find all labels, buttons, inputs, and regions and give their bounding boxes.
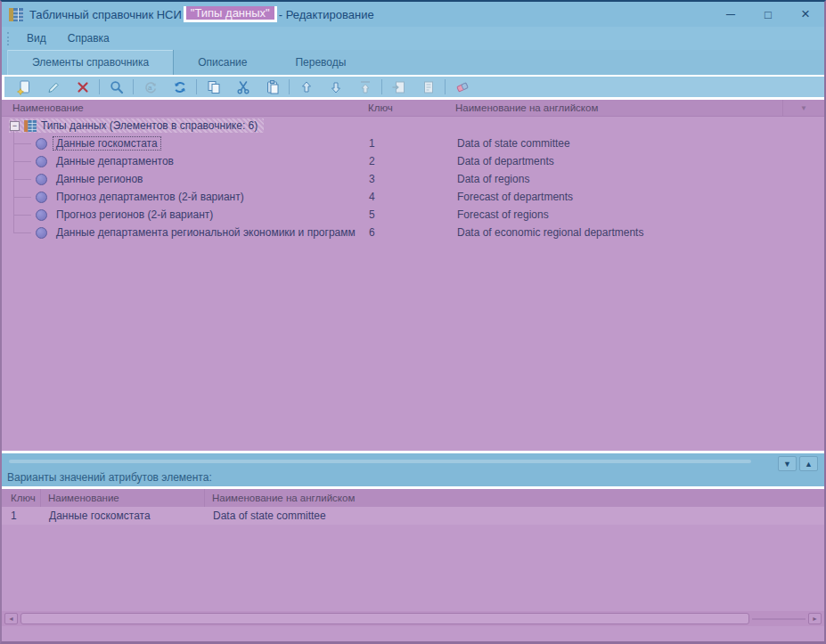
tree-item-row[interactable]: Данные госкомстата 1 Data of state commi… [2,135,824,152]
tree-item-row[interactable]: Данные департамента региональной экономи… [2,224,824,241]
tree-item-row[interactable]: Прогноз регионов (2-й вариант) 5 Forecas… [2,206,824,224]
move-to-top-button[interactable] [350,77,380,97]
paste-icon [265,79,281,95]
elements-tree: − Типы данных (Элементов в справочнике: … [2,117,824,241]
cut-button[interactable] [228,77,258,97]
search-icon [109,79,125,95]
element-name: Данные департамента региональной экономи… [53,225,359,240]
toolbar-separator [445,79,446,94]
window-title-prefix: Табличный справочник НСИ [29,8,182,21]
add-element-button[interactable] [9,77,38,97]
element-bullet-icon [36,174,47,185]
reference-icon [24,120,37,132]
details-row[interactable]: 1 Данные госкомстата Data of state commi… [2,507,824,525]
element-name: Данные регионов [53,172,146,186]
scrollbar-track[interactable] [752,618,806,620]
main-table-header: Наименование Ключ Наименование на англий… [2,100,824,117]
tab-description[interactable]: Описание [174,50,271,75]
element-name-en: Forecast of regions [451,208,824,221]
column-header-name[interactable]: Наименование [2,102,364,113]
tree-root-row[interactable]: − Типы данных (Элементов в справочнике: … [2,117,824,135]
element-name-en: Data of regions [451,173,824,185]
move-down-icon [328,79,344,95]
menu-view[interactable]: Вид [16,27,57,50]
app-icon [2,2,29,27]
horizontal-scrollbar[interactable]: ◄ ► [2,611,824,626]
element-bullet-icon [36,156,47,167]
tree-item-row[interactable]: Данные регионов 3 Data of regions [2,170,824,188]
scrollbar-thumb[interactable] [20,613,749,624]
tab-elements[interactable]: Элементы справочника [7,50,174,75]
column-header-key[interactable]: Ключ [364,102,451,113]
column-filter-icon[interactable]: ▼ [782,100,824,116]
element-name: Данные департаментов [53,154,177,168]
tab-translations[interactable]: Переводы [271,50,370,75]
copy-icon [206,79,222,95]
details-name-en: Data of state committee [204,509,824,522]
element-key: 6 [364,226,451,239]
maximize-button[interactable]: □ [749,2,787,27]
export-button[interactable] [413,77,443,97]
expand-panel-button[interactable]: ▲ [799,456,818,471]
close-button[interactable]: × [787,2,824,27]
add-element-icon [16,79,32,95]
toolbar: a [2,75,824,100]
tree-item-row[interactable]: Данные департаментов 2 Data of departmen… [2,152,824,170]
edit-element-button[interactable] [38,77,68,97]
details-panel-label: Варианты значений атрибутов элемента: [7,471,212,484]
element-key: 2 [364,155,451,167]
window-footer [2,626,824,641]
edit-icon [45,79,61,95]
scroll-left-button[interactable]: ◄ [4,613,18,624]
element-name-en: Forecast of departments [451,191,824,203]
export-icon [421,79,437,95]
element-name-en: Data of departments [451,155,824,167]
menu-bar: Вид Справка [2,27,824,50]
tree-item-row[interactable]: Прогноз департаментов (2-й вариант) 4 Fo… [2,188,824,206]
element-key: 1 [364,137,451,150]
expander-icon[interactable]: − [10,121,20,131]
details-column-key[interactable]: Ключ [2,493,40,503]
element-key: 5 [364,208,451,221]
element-name-en: Data of state committee [451,137,824,150]
toolbar-separator [133,79,134,94]
refresh-button[interactable] [165,77,194,97]
splitter-band: ▼ ▲ Варианты значений атрибутов элемента… [2,453,824,486]
elements-panel: Наименование Ключ Наименование на англий… [2,100,824,451]
collapse-panel-button[interactable]: ▼ [778,456,797,471]
copy-button[interactable] [199,77,228,97]
tab-strip: Элементы справочника Описание Переводы [2,50,824,75]
paste-button[interactable] [258,77,287,97]
element-bullet-icon [36,209,47,221]
scroll-right-button[interactable]: ► [808,613,822,624]
delete-element-button[interactable] [68,77,97,97]
minimize-button[interactable]: ─ [712,2,749,27]
clear-button[interactable] [447,77,477,97]
details-column-name[interactable]: Наименование [40,489,204,507]
eraser-icon [454,79,470,95]
title-bar: Табличный справочник НСИ "Типы данных" -… [2,2,824,27]
column-header-name-en[interactable]: Наименование на английском [451,102,782,113]
delete-icon [75,79,91,95]
element-name: Данные госкомстата [53,136,161,151]
update-auto-icon: a [143,79,159,95]
details-key: 1 [2,509,40,522]
toolbar-separator [289,79,290,94]
toolbar-separator [381,79,382,94]
menu-help[interactable]: Справка [57,27,120,50]
details-name: Данные госкомстата [40,509,204,522]
details-column-name-en[interactable]: Наименование на английском [204,489,824,507]
move-down-button[interactable] [321,77,350,97]
element-bullet-icon [36,227,47,239]
import-button[interactable] [384,77,413,97]
import-icon [391,79,407,95]
tree-root-label: Типы данных (Элементов в справочнике: 6) [41,119,258,132]
splitter-handle[interactable] [9,460,751,463]
window-title: Табличный справочник НСИ "Типы данных" -… [29,2,374,27]
search-button[interactable] [102,77,131,97]
move-up-button[interactable] [291,77,321,97]
toolbar-separator [196,79,197,94]
move-up-icon [299,79,315,95]
window-title-suffix: - Редактирование [279,8,374,21]
update-auto-button[interactable]: a [135,77,165,97]
